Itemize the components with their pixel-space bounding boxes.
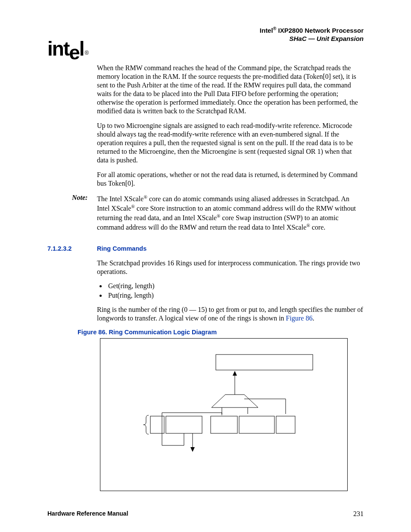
logo-letter: i xyxy=(47,37,52,60)
section-heading: 7.1.2.3.2 Ring Commands xyxy=(47,245,364,252)
text-fragment: . xyxy=(312,314,314,322)
footer-page-number: 231 xyxy=(353,510,364,518)
reg-mark: ® xyxy=(217,213,221,218)
page-footer: Hardware Reference Manual 231 xyxy=(47,510,364,518)
svg-rect-9 xyxy=(166,416,202,433)
svg-rect-11 xyxy=(239,416,274,433)
paragraph: Up to two Microengine signals are assign… xyxy=(97,121,364,165)
note-fragment: The Intel XScale xyxy=(97,195,143,202)
reg-mark: ® xyxy=(131,204,135,209)
reg-mark: ® xyxy=(143,194,147,199)
logo-reg-mark: ® xyxy=(85,50,88,56)
ring-diagram-icon xyxy=(100,339,347,491)
header-line-1: Intel® IXP2800 Network Processor xyxy=(47,26,364,35)
section-number: 7.1.2.3.2 xyxy=(47,245,97,252)
figure-caption: Figure 86. Ring Communication Logic Diag… xyxy=(78,329,364,336)
footer-title: Hardware Reference Manual xyxy=(47,510,128,518)
paragraph: The Scratchpad provides 16 Rings used fo… xyxy=(97,259,364,276)
note-text: The Intel XScale® core can do atomic com… xyxy=(97,194,364,232)
header-product-suffix: IXP2800 Network Processor xyxy=(276,27,364,34)
section-title: Ring Commands xyxy=(97,245,146,252)
operations-list: Get(ring, length) Put(ring, length) xyxy=(97,282,364,299)
svg-rect-0 xyxy=(216,355,313,370)
svg-rect-12 xyxy=(276,416,295,433)
logo-letter: t xyxy=(63,37,69,60)
body-column: When the RMW command reaches the head of… xyxy=(97,64,364,491)
paragraph: For all atomic operations, whether or no… xyxy=(97,171,364,188)
text-fragment: Ring is the number of the ring (0 — 15) … xyxy=(97,306,363,322)
note-body: The Intel XScale® core can do atomic com… xyxy=(97,194,364,232)
list-item: Put(ring, length) xyxy=(106,292,364,299)
intel-logo: intel® xyxy=(47,39,87,59)
note-fragment: core. xyxy=(310,224,326,231)
header-line-2: SHaC — Unit Expansion xyxy=(47,35,364,43)
logo-letter: l xyxy=(79,37,84,60)
reg-mark: ® xyxy=(306,223,310,228)
logo-letter-drop: e xyxy=(69,43,79,62)
list-item: Get(ring, length) xyxy=(106,282,364,290)
figure-frame xyxy=(100,338,348,491)
note-label: Note: xyxy=(72,194,97,232)
svg-marker-19 xyxy=(190,447,195,452)
note-block: Note: The Intel XScale® core can do atom… xyxy=(72,194,364,232)
paragraph: Ring is the number of the ring (0 — 15) … xyxy=(97,305,364,323)
header-product-prefix: Intel xyxy=(260,27,273,34)
figure-reference-link[interactable]: Figure 86 xyxy=(286,314,313,322)
page: Intel® IXP2800 Network Processor SHaC — … xyxy=(0,0,411,532)
svg-marker-3 xyxy=(212,395,258,408)
paragraph: When the RMW command reaches the head of… xyxy=(97,64,364,115)
svg-rect-10 xyxy=(211,416,237,433)
svg-marker-2 xyxy=(233,371,237,376)
logo-letter: n xyxy=(52,37,63,60)
page-header: Intel® IXP2800 Network Processor SHaC — … xyxy=(47,26,364,43)
